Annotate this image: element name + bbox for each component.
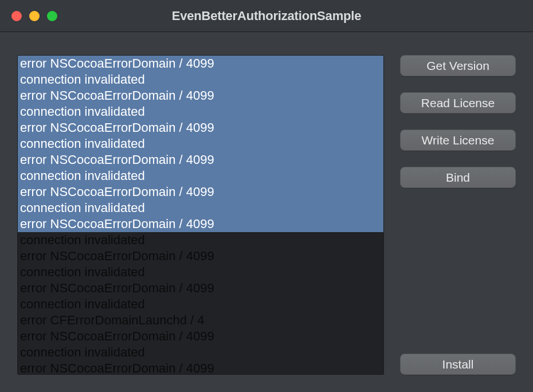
log-line[interactable]: connection invalidated xyxy=(18,72,383,88)
window-title: EvenBetterAuthorizationSample xyxy=(0,9,533,23)
traffic-lights xyxy=(11,11,57,21)
read-license-button[interactable]: Read License xyxy=(400,92,516,113)
log-line[interactable]: error NSCocoaErrorDomain / 4099 xyxy=(18,216,383,232)
minimize-icon[interactable] xyxy=(29,11,40,21)
log-line[interactable]: error NSCocoaErrorDomain / 4099 xyxy=(18,120,383,136)
log-line[interactable]: connection invalidated xyxy=(18,232,383,248)
log-line[interactable]: error NSCocoaErrorDomain / 4099 xyxy=(18,184,383,200)
log-line[interactable]: error NSCocoaErrorDomain / 4099 xyxy=(18,360,383,375)
spacer xyxy=(400,204,516,338)
titlebar: EvenBetterAuthorizationSample xyxy=(0,0,533,32)
log-line[interactable]: connection invalidated xyxy=(18,168,383,184)
log-line[interactable]: connection invalidated xyxy=(18,296,383,312)
log-line[interactable]: error NSCocoaErrorDomain / 4099 xyxy=(18,248,383,264)
log-line[interactable]: error NSCocoaErrorDomain / 4099 xyxy=(18,56,383,72)
log-line[interactable]: error CFErrorDomainLaunchd / 4 xyxy=(18,312,383,328)
log-line[interactable]: connection invalidated xyxy=(18,200,383,216)
log-line[interactable]: error NSCocoaErrorDomain / 4099 xyxy=(18,152,383,168)
log-line[interactable]: connection invalidated xyxy=(18,136,383,152)
log-line[interactable]: error NSCocoaErrorDomain / 4099 xyxy=(18,328,383,344)
install-button[interactable]: Install xyxy=(400,354,516,375)
get-version-button[interactable]: Get Version xyxy=(400,55,516,76)
close-icon[interactable] xyxy=(11,11,22,21)
log-line[interactable]: connection invalidated xyxy=(18,344,383,360)
log-line[interactable]: error NSCocoaErrorDomain / 4099 xyxy=(18,280,383,296)
bind-button[interactable]: Bind xyxy=(400,167,516,188)
content-area: error NSCocoaErrorDomain / 4099connectio… xyxy=(0,32,533,392)
log-text-view[interactable]: error NSCocoaErrorDomain / 4099connectio… xyxy=(17,55,384,375)
maximize-icon[interactable] xyxy=(47,11,57,21)
write-license-button[interactable]: Write License xyxy=(400,130,516,151)
log-line[interactable]: connection invalidated xyxy=(18,104,383,120)
log-line[interactable]: connection invalidated xyxy=(18,264,383,280)
button-sidebar: Get Version Read License Write License B… xyxy=(400,55,516,375)
log-line[interactable]: error NSCocoaErrorDomain / 4099 xyxy=(18,88,383,104)
